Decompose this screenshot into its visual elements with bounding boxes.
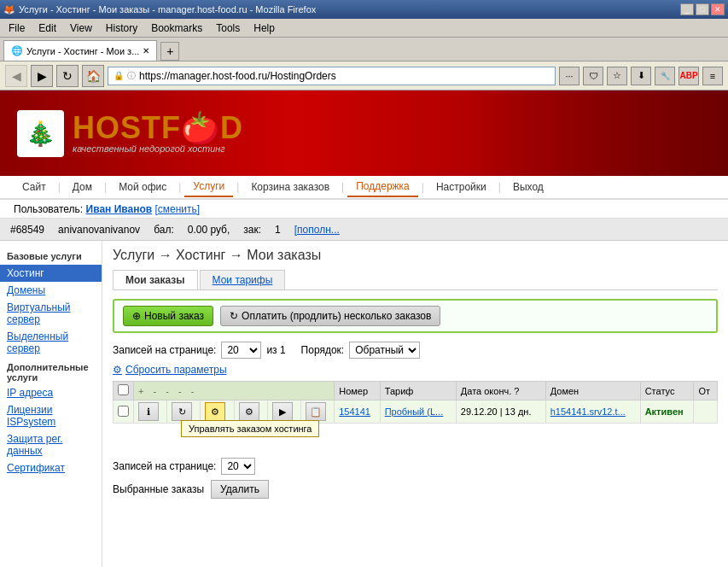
manage-order-tooltip: Управлять заказом хостинга [181, 420, 319, 437]
maximize-button[interactable]: □ [696, 3, 709, 15]
nav-site[interactable]: Сайт [14, 178, 55, 196]
row-checkbox-cell [114, 400, 134, 424]
tab-favicon: 🌐 [11, 45, 23, 56]
logo-slogan: качественный недорогой хостинг [73, 143, 243, 154]
menu-file[interactable]: File [3, 20, 30, 36]
menu-history[interactable]: History [101, 20, 143, 36]
refill-link[interactable]: [пополн... [294, 224, 340, 236]
user-name[interactable]: Иван Иванов [86, 203, 153, 215]
back-button[interactable]: ◀ [5, 65, 27, 87]
row-info-btn-cell: ℹ [134, 400, 167, 424]
logo-host: HOSTF [73, 110, 181, 145]
forward-button[interactable]: ▶ [31, 65, 53, 87]
row-renew-button[interactable]: ↻ [172, 402, 192, 421]
browser-tab-main[interactable]: 🌐 Услуги - Хостинг - Мои з... ✕ [3, 40, 157, 61]
tab-title: Услуги - Хостинг - Мои з... [26, 46, 139, 56]
tab-my-tariffs[interactable]: Мои тарифы [200, 270, 286, 289]
sidebar-item-certificate[interactable]: Сертификат [0, 459, 102, 476]
col-select [114, 382, 134, 400]
row-manage-button[interactable]: ⚙ [205, 402, 225, 421]
row-settings-button[interactable]: ⚙ [239, 402, 259, 421]
col-domain: Домен [545, 382, 640, 400]
tab-bar: 🌐 Услуги - Хостинг - Мои з... ✕ + [0, 38, 728, 61]
header-decoration [472, 91, 728, 176]
balance-value: 0.00 руб, [188, 224, 230, 236]
col-date: Дата оконч. ? [456, 382, 545, 400]
account-bar: #68549 anivanovanivanov бал: 0.00 руб, з… [0, 219, 728, 241]
breadcrumb: Услуги → Хостинг → Мои заказы [113, 248, 718, 263]
orders-count: 1 [275, 224, 281, 236]
logo-icon: 🎄 [17, 110, 64, 157]
lock-icon: 🔒 [114, 71, 124, 80]
menu-view[interactable]: View [65, 20, 97, 36]
title-bar: 🦊 Услуги - Хостинг - Мои заказы - manage… [0, 0, 728, 19]
order-number-link[interactable]: 154141 [339, 406, 370, 417]
sidebar-item-protection[interactable]: Защита рег. данных [0, 430, 102, 459]
menu-bookmarks[interactable]: Bookmarks [146, 20, 207, 36]
user-bar: Пользователь: Иван Иванов [сменить] [0, 200, 728, 219]
orders-table: + - - - - Номер Тариф Дата оконч. ? Доме… [113, 381, 718, 424]
row-doc-button[interactable]: 📋 [306, 402, 326, 421]
extension-icon-2: ABP [678, 67, 699, 85]
minimize-button[interactable]: _ [680, 3, 694, 15]
sidebar-item-vps[interactable]: Виртуальный сервер [0, 299, 102, 328]
records-per-page-select[interactable]: 20 50 100 [221, 342, 261, 359]
selected-label: Выбранные заказы [113, 483, 204, 495]
sidebar-item-ip[interactable]: IP адреса [0, 384, 102, 401]
home-button[interactable]: 🏠 [82, 65, 104, 87]
col-status: Статус [640, 382, 694, 400]
col-tariff: Тариф [380, 382, 456, 400]
more-options-button[interactable]: ··· [559, 67, 579, 85]
delete-button[interactable]: Удалить [211, 480, 269, 499]
row-info-button[interactable]: ℹ [138, 402, 159, 421]
row-checkbox[interactable] [118, 406, 129, 417]
reset-params-link[interactable]: ⚙ Сбросить параметры [113, 364, 718, 376]
nav-support[interactable]: Поддержка [347, 177, 418, 197]
logo-brand: HOSTF🍅D [73, 113, 243, 143]
new-tab-button[interactable]: + [160, 42, 179, 61]
nav-services[interactable]: Услуги [184, 177, 233, 197]
menu-help[interactable]: Help [248, 20, 280, 36]
sidebar-item-licenses[interactable]: Лицензии ISPsystem [0, 401, 102, 430]
nav-logout[interactable]: Выход [504, 178, 552, 196]
sidebar-item-domains[interactable]: Домены [0, 282, 102, 299]
row-arrow-button[interactable]: ▶ [272, 402, 293, 421]
menu-bar: File Edit View History Bookmarks Tools H… [0, 19, 728, 38]
nav-home[interactable]: Дом [64, 178, 101, 196]
select-all-checkbox[interactable] [118, 384, 129, 395]
records-bar-bottom: Записей на странице: 20 50 [113, 458, 718, 475]
extension-icon-1: 🔧 [655, 67, 675, 85]
menu-tools[interactable]: Tools [211, 20, 245, 36]
nav-myoffice[interactable]: Мой офис [110, 178, 175, 196]
tab-my-orders[interactable]: Мои заказы [113, 270, 198, 289]
change-user-link[interactable]: [сменить] [154, 203, 200, 215]
bookmark-button[interactable]: ☆ [607, 67, 627, 85]
address-input-container[interactable]: 🔒 ⓘ https://manager.host-food.ru/Hosting… [108, 67, 556, 85]
records-bar-top: Записей на странице: 20 50 100 из 1 Поря… [113, 342, 718, 359]
site-nav: Сайт | Дом | Мой офис | Услуги | Корзина… [0, 176, 728, 200]
menu-edit[interactable]: Edit [33, 20, 61, 36]
pay-multiple-button[interactable]: ↻ Оплатить (продлить) несколько заказов [220, 306, 440, 326]
order-tariff-link[interactable]: Пробный (L... [385, 406, 444, 417]
new-order-button[interactable]: ⊕ Новый заказ [123, 306, 213, 326]
logo-d: D [220, 110, 243, 145]
records-label: Записей на странице: [113, 344, 216, 356]
tab-close-button[interactable]: ✕ [143, 46, 149, 56]
reset-icon: ⚙ [113, 364, 122, 376]
close-button[interactable]: ✕ [711, 3, 725, 15]
nav-cart[interactable]: Корзина заказов [242, 178, 338, 196]
logo-container: 🎄 HOSTF🍅D качественный недорогой хостинг [17, 110, 243, 157]
menu-button[interactable]: ≡ [702, 67, 723, 85]
site-info-icon: ⓘ [127, 70, 136, 82]
nav-settings[interactable]: Настройки [428, 178, 495, 196]
order-select[interactable]: Обратный Прямой [349, 342, 420, 359]
download-button[interactable]: ⬇ [631, 67, 651, 85]
sidebar-item-dedicated[interactable]: Выделенный сервер [0, 328, 102, 357]
records-per-page-select-bottom[interactable]: 20 50 [221, 458, 255, 475]
url-display: https://manager.host-food.ru/HostingOrde… [139, 70, 336, 82]
logo-text: HOSTF🍅D качественный недорогой хостинг [73, 113, 243, 154]
order-domain-link[interactable]: h154141.srv12.t... [550, 406, 626, 417]
sidebar-item-hosting[interactable]: Хостинг [0, 265, 102, 282]
col-toolbar: + - - - - [134, 382, 335, 400]
reload-button[interactable]: ↻ [56, 65, 79, 87]
